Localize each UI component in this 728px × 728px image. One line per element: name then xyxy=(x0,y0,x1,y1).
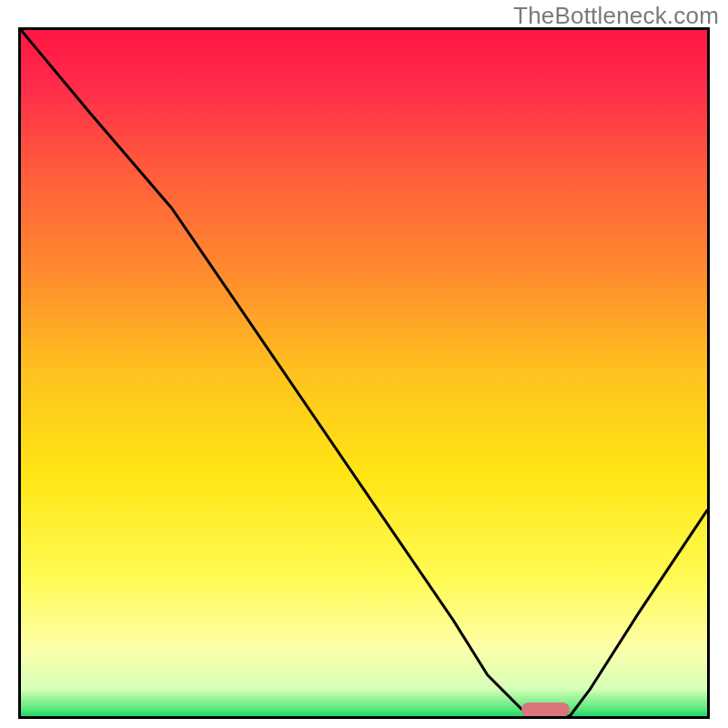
optimum-marker xyxy=(521,703,570,717)
chart-container: TheBottleneck.com xyxy=(0,0,728,728)
bottleneck-curve xyxy=(21,30,707,716)
watermark-text: TheBottleneck.com xyxy=(513,2,719,30)
plot-area xyxy=(18,27,710,719)
